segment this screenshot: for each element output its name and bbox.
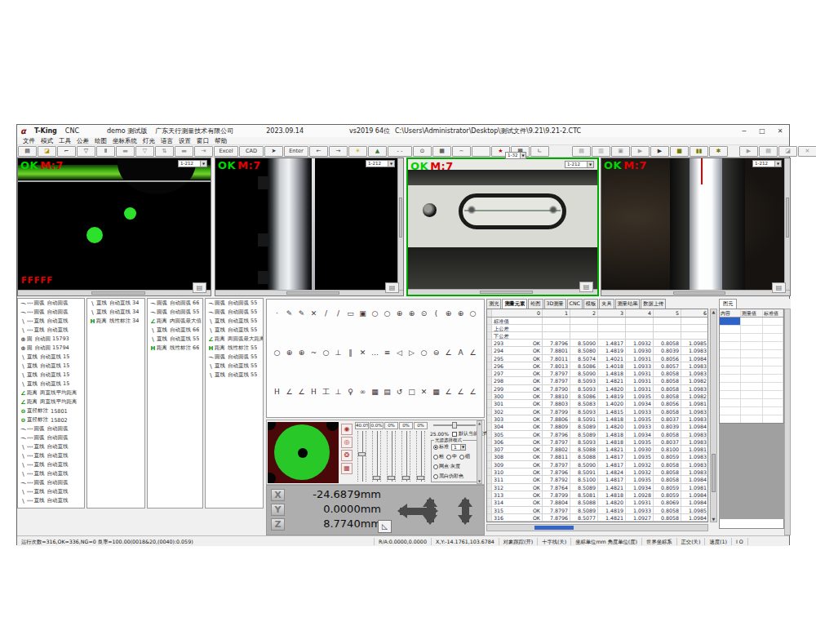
light-slider-0[interactable]: 40.0% — [355, 422, 369, 483]
measure-item-caliper[interactable]: ∠距离两直线平均距离 — [18, 398, 84, 406]
pan-vertical-arrow[interactable] — [427, 500, 434, 522]
tool-icon[interactable]: ♀ — [345, 386, 356, 398]
measure-item-arc[interactable]: (***圆弧自动圆弧 — [18, 299, 84, 308]
menu-item-0[interactable]: 文件 — [23, 137, 35, 145]
tool-icon[interactable]: ▤ — [382, 386, 392, 398]
element-row[interactable] — [720, 350, 783, 358]
table-row[interactable]: 309OK7.87978.50901.48171.09320.80581.098… — [487, 461, 707, 469]
measure-item-arc[interactable]: (***圆弧自动圆弧 — [18, 433, 84, 442]
toolbar-open-button[interactable]: ◪ — [38, 146, 56, 157]
toolbar-lift-button[interactable]: ⇅ — [155, 146, 174, 157]
toolbar-enter-button[interactable]: Enter — [284, 146, 308, 157]
radio-color[interactable] — [433, 474, 438, 479]
menu-item-9[interactable]: 窗口 — [197, 137, 209, 145]
table-row[interactable]: 294OK7.88018.50801.48191.09300.80391.098… — [487, 347, 707, 354]
menu-item-4[interactable]: 绘图 — [95, 137, 107, 145]
tool-icon[interactable]: ◁ — [394, 347, 405, 358]
element-column-header[interactable]: 内容 — [720, 309, 741, 317]
toolbar-pattern-button[interactable]: ▦ — [432, 146, 451, 157]
table-row[interactable]: 308OK7.88118.50881.48171.09350.80591.098… — [487, 453, 707, 460]
tool-icon[interactable]: ○ — [382, 308, 392, 319]
camera-1-zoom-combo[interactable]: 1-212▼ — [178, 160, 207, 167]
tool-icon[interactable]: ▦ — [370, 386, 380, 398]
element-column-header[interactable]: 标准值 — [763, 309, 783, 317]
measure-item-arc[interactable]: (圆弧自动圆弧 55 — [206, 308, 263, 317]
element-row[interactable] — [720, 342, 783, 350]
toolbar-arrow-left-button[interactable]: ← — [309, 146, 328, 157]
radio-level-2[interactable] — [459, 455, 464, 460]
zoom-slider-thumb[interactable] — [452, 422, 457, 429]
radio-level-0[interactable] — [433, 455, 438, 460]
light-slider-4[interactable]: 0% — [414, 422, 428, 483]
column-header[interactable]: 6 — [681, 309, 708, 317]
measure-item-line[interactable]: \直线自动直线 66 — [148, 326, 202, 335]
camera-panel-2[interactable]: OKM:7 1-212▼ ▤ — [215, 158, 404, 296]
toolbar-curve-button[interactable]: ~ — [452, 146, 471, 157]
slider-thumb[interactable] — [373, 476, 380, 480]
tool-icon[interactable]: ∠ — [296, 386, 307, 398]
toolbar-cad-button[interactable]: CAD — [239, 146, 264, 157]
tool-icon[interactable]: … — [370, 347, 380, 358]
tool-icon[interactable]: ○ — [321, 347, 331, 358]
menu-item-5[interactable]: 坐标系统 — [113, 137, 137, 145]
element-row[interactable] — [720, 399, 783, 407]
slider-track[interactable] — [357, 431, 366, 482]
tool-icon[interactable]: / — [321, 308, 331, 319]
tool-icon[interactable]: ↺ — [394, 386, 405, 398]
close-button[interactable]: ✕ — [771, 126, 789, 136]
table-row[interactable]: 300OK7.88108.50861.48191.09350.80581.098… — [487, 393, 707, 400]
light-slider-2[interactable]: 0% — [384, 422, 398, 483]
toolbar-dash-button[interactable]: - - — [388, 146, 412, 157]
radio-grid[interactable] — [433, 464, 438, 469]
light-mode-icon-0[interactable]: ◉ — [341, 424, 353, 435]
element-cell[interactable] — [720, 375, 741, 382]
measure-item-line[interactable]: \直线自动直线 15 — [18, 380, 84, 389]
toolbar-chart-button[interactable]: ∟ — [530, 146, 549, 157]
tool-icon[interactable]: ✕ — [357, 347, 368, 358]
tool-icon[interactable]: ⊕ — [443, 308, 454, 319]
tab-0[interactable]: 测光 — [486, 299, 501, 309]
toolbar-arrow-right-button[interactable]: → — [329, 146, 348, 157]
element-cell[interactable] — [720, 391, 741, 398]
tool-icon[interactable]: ⊖ — [431, 347, 441, 358]
tool-icon[interactable]: ≡ — [382, 347, 392, 358]
toolbar-play-gray-button[interactable]: ▶ — [631, 146, 650, 157]
tool-icon[interactable]: ∞ — [357, 386, 368, 398]
table-row[interactable]: 296OK7.80138.50861.40181.09330.80571.098… — [487, 362, 707, 370]
toolbar-image-button[interactable]: ▲ — [368, 146, 387, 157]
measure-item-arc[interactable]: (圆弧自动圆弧 55 — [206, 299, 263, 308]
tool-icon[interactable]: H — [308, 386, 319, 398]
measure-item-hdim[interactable]: H距离线性标注 34 — [87, 317, 144, 326]
toolbar-cancel-button[interactable]: ✕ — [798, 146, 816, 157]
toolbar-magnifier-button[interactable]: ⊙ — [413, 146, 432, 157]
camera-3-zoom-combo[interactable]: 1-212▼ — [565, 161, 594, 168]
measure-item-caliper[interactable]: ∠距离两直线平均距离 — [18, 389, 84, 398]
default-mode-checkbox[interactable] — [452, 432, 457, 437]
tool-icon[interactable]: ○ — [272, 347, 282, 358]
slider-thumb[interactable] — [358, 452, 366, 456]
element-cell[interactable] — [720, 326, 741, 333]
toolbar-save-2-button[interactable]: ▤ — [572, 146, 591, 157]
tab-8[interactable]: 数据上传 — [641, 299, 666, 309]
tab-3[interactable]: 3D测量 — [544, 299, 566, 309]
measure-item-line[interactable]: \***直线自动直线 — [18, 317, 84, 326]
light-mode-icon-2[interactable]: ❂ — [341, 450, 353, 461]
tool-icon[interactable]: A — [455, 347, 466, 358]
tool-icon[interactable]: ○ — [370, 308, 380, 319]
minimize-button[interactable]: ─ — [735, 126, 753, 136]
tolerance-row[interactable]: 标准值 — [487, 318, 707, 325]
element-row[interactable] — [720, 407, 783, 415]
toolbar-excel-button[interactable]: Excel — [214, 146, 238, 157]
table-row[interactable]: 302OK7.87998.50931.48151.09330.80581.098… — [487, 408, 707, 415]
radio-level-1[interactable] — [446, 455, 451, 460]
toolbar-play-2-button[interactable]: ▶ — [739, 146, 758, 157]
tool-icon[interactable]: ○ — [419, 347, 429, 358]
toolbar-column-button[interactable]: Ⅱ — [96, 146, 115, 157]
measure-item-line[interactable]: \直线自动直线 15 — [18, 362, 84, 371]
camera-3-view[interactable] — [408, 159, 597, 289]
plot-button[interactable]: ◺ — [378, 520, 392, 533]
table-row[interactable]: 307OK7.88028.50881.48211.09300.81001.098… — [487, 446, 707, 453]
element-row[interactable] — [720, 318, 783, 326]
table-row[interactable]: 303OK7.88068.50911.48181.09350.80371.098… — [487, 415, 707, 423]
maximize-button[interactable]: □ — [753, 126, 771, 136]
